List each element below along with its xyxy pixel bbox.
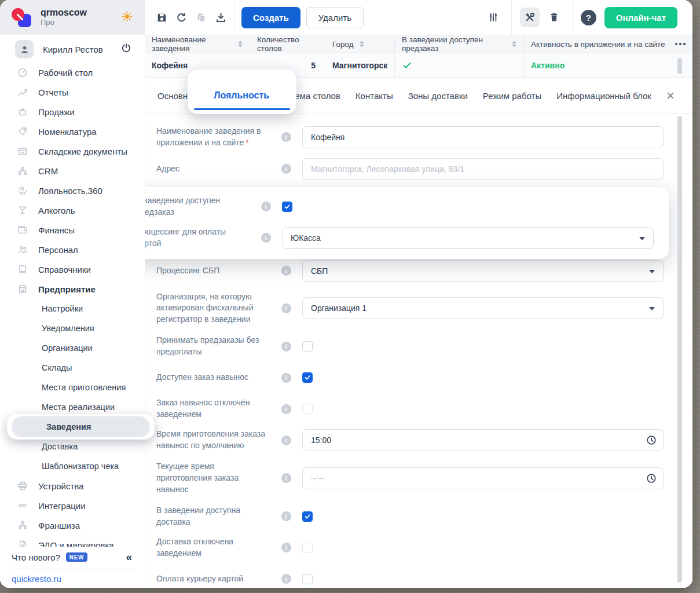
info-icon[interactable]: i — [281, 132, 291, 142]
info-icon[interactable]: i — [261, 202, 271, 211]
sidebar-item-alcohol[interactable]: Алкоголь — [0, 200, 145, 220]
tools-icon[interactable] — [520, 8, 540, 27]
refresh-icon[interactable] — [171, 8, 191, 27]
user-row[interactable]: Кирилл Рестов — [0, 37, 145, 61]
filter-sliders-icon[interactable] — [483, 8, 503, 27]
takeaway-time-current-input[interactable] — [302, 467, 664, 489]
directory-icon — [17, 263, 28, 275]
delete-button[interactable]: Удалить — [306, 7, 364, 28]
info-icon[interactable]: i — [281, 303, 291, 313]
column-header-city[interactable]: Город — [325, 35, 395, 53]
info-icon[interactable]: i — [281, 404, 291, 414]
delivery-checkbox[interactable] — [302, 511, 313, 522]
info-icon[interactable]: i — [281, 473, 291, 483]
save-icon[interactable] — [152, 8, 171, 27]
address-input[interactable] — [302, 158, 664, 180]
sort-icon[interactable] — [238, 41, 243, 47]
create-button[interactable]: Создать — [241, 7, 300, 28]
info-icon[interactable]: i — [281, 373, 291, 383]
sidebar-subitem-delivery[interactable]: Доставка — [0, 437, 145, 456]
table-scrollbar[interactable] — [677, 58, 682, 74]
chevron-down-icon — [649, 307, 655, 310]
sidebar-subitem-venues[interactable]: Заведения — [0, 417, 145, 437]
sidebar-item-warehouse-docs[interactable]: Складские документы — [0, 141, 145, 161]
alcohol-icon — [17, 204, 28, 216]
sidebar-item-staff[interactable]: Персонал — [0, 240, 145, 259]
main-area: Создать Удалить ? Онлайн-чат Наимено — [145, 0, 692, 588]
sidebar-item-finance[interactable]: Финансы — [0, 220, 145, 240]
info-icon[interactable]: i — [281, 574, 291, 584]
info-icon[interactable]: i — [261, 233, 271, 243]
venue-name-input[interactable] — [302, 126, 664, 148]
more-options-icon[interactable] — [675, 43, 686, 45]
sidebar-item-sales[interactable]: Продажи — [0, 102, 145, 122]
quickresto-site-link[interactable]: quickresto.ru — [0, 569, 145, 588]
quickresto-logo — [10, 6, 32, 28]
sidebar-subitem-warehouses[interactable]: Склады — [0, 358, 145, 378]
column-header-tables-count[interactable]: Количество столов — [250, 35, 325, 53]
tab-loyalty[interactable]: Лояльность — [214, 90, 269, 101]
collapse-sidebar-icon[interactable]: « — [126, 551, 132, 563]
takeaway-checkbox[interactable] — [302, 372, 313, 383]
column-header-preorder[interactable]: В заведении доступен предзаказ — [395, 35, 524, 53]
card-processing-select[interactable]: ЮКасса — [282, 227, 654, 249]
column-header-venue-name[interactable]: Наименование заведения — [145, 35, 250, 53]
sidebar-subitem-receipt-template[interactable]: Шаблонизатор чека — [0, 456, 145, 476]
delivery-disabled-checkbox[interactable] — [302, 543, 313, 553]
column-header-activity[interactable]: Активность в приложении и на сайте — [524, 35, 692, 53]
sidebar-item-franchise[interactable]: Франшиза — [0, 515, 145, 535]
sidebar-item-loyalty360[interactable]: Лояльность.360 — [0, 181, 145, 200]
tab-delivery-zones[interactable]: Зоны доставки — [408, 91, 468, 101]
form-row-takeaway-time-current: Текущее время приготовления заказа навын… — [156, 461, 664, 496]
form-row-delivery-disabled: Доставка отключена заведением i — [156, 536, 664, 559]
info-icon[interactable]: i — [281, 342, 291, 352]
fiscal-org-select[interactable]: Организация 1 — [302, 297, 664, 319]
sidebar-subitem-prep-places[interactable]: Места приготовления — [0, 378, 145, 397]
chevron-down-icon — [649, 270, 655, 273]
whats-new-link[interactable]: Что нового? — [12, 552, 60, 562]
courier-card-checkbox[interactable] — [302, 574, 313, 584]
takeaway-time-default-input[interactable] — [302, 429, 664, 451]
sidebar-item-integrations[interactable]: Интеграции — [0, 496, 145, 515]
logout-power-icon[interactable] — [120, 42, 132, 56]
devices-icon — [17, 480, 28, 492]
copy-icon[interactable] — [191, 8, 211, 27]
form-scrollbar[interactable] — [677, 116, 682, 583]
form-row-takeaway-time-default: Время приготовления заказа навынос по ум… — [156, 429, 664, 452]
trash-icon[interactable] — [544, 8, 564, 27]
sidebar-header: qrmoscow Про — [0, 0, 145, 35]
info-icon[interactable]: i — [281, 164, 291, 174]
sidebar-item-devices[interactable]: Устройства — [0, 476, 145, 496]
preorder-checkbox[interactable] — [282, 202, 292, 212]
preorder-no-prepay-checkbox[interactable] — [302, 341, 313, 352]
help-icon[interactable]: ? — [581, 10, 596, 25]
tab-working-hours[interactable]: Режим работы — [483, 91, 541, 101]
info-icon[interactable]: i — [281, 435, 291, 445]
form-row-fiscal-org: Организация, на которую активирован фиск… — [156, 291, 664, 326]
sidebar-subitem-settings[interactable]: Настройки — [0, 299, 145, 319]
sidebar-item-crm[interactable]: CRM — [0, 161, 145, 181]
tab-contacts[interactable]: Контакты — [356, 91, 393, 101]
online-chat-button[interactable]: Онлайн-чат — [604, 7, 677, 28]
tab-info-block[interactable]: Информационный блок — [556, 91, 651, 101]
sidebar-item-directories[interactable]: Справочники — [0, 259, 145, 279]
sbp-processing-select[interactable]: СБП — [302, 260, 664, 282]
close-icon[interactable]: ✕ — [666, 89, 675, 103]
info-icon[interactable]: i — [281, 543, 291, 552]
sidebar-subitem-notifications[interactable]: Уведомления — [0, 319, 145, 338]
info-icon[interactable]: i — [281, 266, 291, 276]
sidebar-subitem-organizations[interactable]: Организации — [0, 338, 145, 358]
app-window: qrmoscow Про Кирилл Рестов Рабочий стол … — [0, 0, 692, 588]
sidebar-item-enterprise[interactable]: Предприятие — [0, 279, 145, 299]
export-download-icon[interactable] — [211, 8, 230, 27]
form-row-venue-name: Наименование заведения в приложении и на… — [156, 126, 664, 149]
takeaway-disabled-checkbox[interactable] — [302, 404, 313, 414]
sidebar-item-dashboard[interactable]: Рабочий стол — [0, 63, 145, 82]
cell-activity-status: Активно — [524, 53, 692, 77]
sidebar-item-reports[interactable]: Отчеты — [0, 82, 145, 102]
theme-sun-icon[interactable] — [121, 10, 133, 25]
sort-icon[interactable] — [512, 41, 516, 47]
sort-icon[interactable] — [360, 41, 364, 47]
sidebar-item-nomenclature[interactable]: Номенклатура — [0, 122, 145, 141]
info-icon[interactable]: i — [281, 511, 291, 521]
